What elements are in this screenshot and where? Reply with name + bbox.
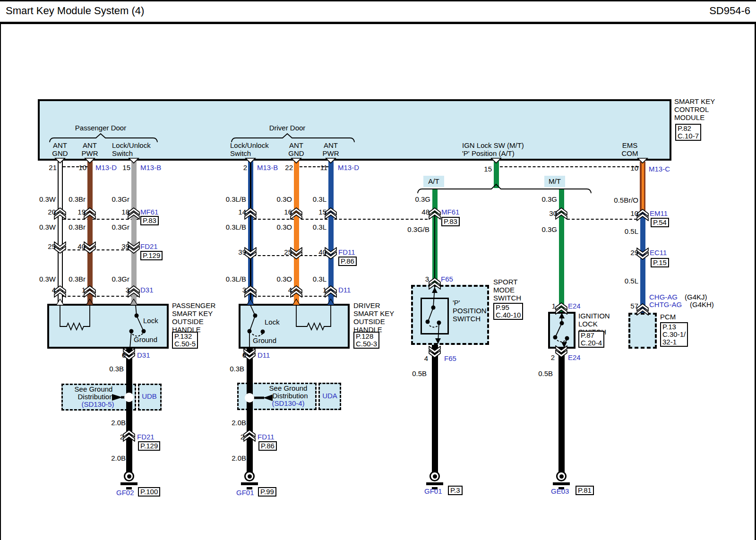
diagram-label: 4 [52, 286, 56, 294]
page-code: SD954-6 [709, 5, 750, 17]
diagram-label: 0.5Br/O [614, 196, 638, 204]
connector-icon [243, 429, 256, 442]
diagram-label: Distribution [272, 392, 308, 400]
diagram-label: 0.3L/B [226, 195, 246, 203]
connector-icon [123, 429, 135, 442]
diagram-label: 0.3W [39, 195, 56, 203]
diagram-label: 48 [421, 208, 430, 216]
diagram-label: 0.3L [313, 223, 326, 231]
diagram-label: 1 [82, 286, 86, 294]
diagram-label: 11 [320, 163, 327, 171]
reference-box: P.128 C.50-3 [353, 332, 379, 349]
dashed-link-line [567, 219, 637, 220]
module-pin-notch-icon [84, 158, 95, 163]
ignition-lock-switch-box [548, 312, 576, 349]
diagram-label: 0.3B [230, 365, 244, 373]
diagram-label: 15 [318, 208, 326, 216]
diagram-label: 0.3Gr [112, 223, 129, 231]
diagram-label: Lock/Unlock Switch [112, 141, 151, 157]
wire-stripe [642, 162, 644, 214]
title-separator [0, 22, 756, 24]
diagram-label: See Ground [269, 384, 308, 392]
diagram-label: F65 [444, 354, 456, 362]
diagram-label: 0.3O [276, 275, 292, 283]
diagram-label: 15 [122, 163, 130, 171]
diagram-label: DRIVER SMART KEY OUTSIDE HANDLE [353, 301, 394, 334]
diagram-label: 0.3G [541, 225, 557, 233]
diagram-label: E24 [568, 302, 581, 310]
diagram-label: M13-B [257, 163, 278, 171]
module-pin-notch-icon [637, 158, 648, 163]
diagram-label: UDA [322, 392, 337, 400]
diagram-label: (SD130-5) [81, 400, 114, 408]
left-border [0, 24, 1, 540]
ground-symbol-part [426, 482, 443, 485]
ground-symbol-part [248, 474, 252, 479]
reference-box: P.95 C.40-10 [493, 303, 523, 320]
diagram-label: UDB [142, 392, 157, 400]
reference-box: P.87 C.20-4 [578, 331, 604, 348]
diagram-label: GE03 [551, 487, 569, 495]
diagram-label: 39 [238, 248, 246, 256]
diagram-label: MF61 [140, 208, 158, 216]
pcm-box [628, 313, 657, 349]
diagram-label: SPORT MODE SWITCH [493, 278, 521, 302]
diagram-label: M13-C [649, 165, 670, 173]
diagram-label: 2.0B [111, 419, 126, 427]
diagram-label: MF61 [441, 208, 459, 216]
diagram-label: M13-B [140, 163, 161, 171]
diagram-label: 29 [630, 249, 638, 257]
diagram-label: 0.3W [39, 275, 56, 283]
diagram-label: 0.3L [313, 275, 326, 283]
diagram-label: GF02 [116, 489, 134, 497]
dashed-link-line [500, 166, 639, 167]
diagram-label: 25 [284, 248, 292, 256]
reference-box: P.82 C.10-7 [675, 124, 701, 141]
diagram-label: SMART KEY CONTROL MODULE [674, 97, 715, 121]
reference-box: P.81 [576, 486, 594, 495]
diagram-label: 2 [551, 353, 555, 361]
diagram-label: (G4KJ) [685, 293, 707, 301]
p-position-switch-box [421, 298, 449, 334]
wire-bro [640, 162, 645, 214]
diagram-label: Ground [253, 336, 276, 344]
diagram-label: Lock [143, 317, 158, 325]
diagram-label: 4 [424, 354, 428, 362]
diagram-label: 30 [549, 209, 557, 217]
reference-box: P.83 [441, 217, 460, 226]
diagram-label: GF01 [424, 487, 442, 495]
diagram-label: M13-D [338, 163, 359, 171]
reference-box: P.86 [338, 257, 357, 266]
diagram-label: CHG-AG [649, 293, 678, 301]
reference-box: P.15 [651, 258, 669, 267]
diagram-label: 0.5B [412, 369, 427, 377]
diagram-label: Ground [134, 335, 157, 343]
diagram-label: 2 [120, 433, 124, 441]
reference-box: P.3 [448, 486, 463, 495]
reference-box: P.100 [138, 487, 160, 497]
diagram-label: 14 [238, 208, 246, 216]
diagram-label: M/T [549, 177, 561, 185]
diagram-label: 15 [484, 165, 492, 173]
diagram-label: 0.3G [415, 195, 430, 203]
diagram-label: 0.3L/B [226, 275, 246, 283]
connector-icon [429, 346, 441, 358]
diagram-label: 19 [77, 208, 86, 216]
title-bar: Smart Key Module System (4) SD954-6 [0, 0, 756, 22]
page-title: Smart Key Module System (4) [6, 5, 144, 17]
reference-box: P.132 C.50-5 [172, 332, 198, 349]
connector-icon [429, 207, 441, 220]
diagram-label: (SD130-4) [272, 399, 304, 407]
junction-dot [124, 393, 134, 402]
diagram-label: Driver Door [269, 124, 306, 132]
diagram-label: 10 [78, 163, 86, 171]
wire-orange [294, 161, 299, 305]
reference-box: P.13 C.30-1/ 32-1 [660, 322, 688, 347]
diagram-label: Lock [265, 318, 280, 326]
ground-symbol-part [559, 474, 564, 479]
wire-brown [87, 161, 93, 305]
diagram-label: PCM [660, 313, 676, 321]
diagram-label: 25 [48, 242, 56, 250]
connector-icon [429, 277, 441, 290]
wire-white [58, 161, 63, 305]
